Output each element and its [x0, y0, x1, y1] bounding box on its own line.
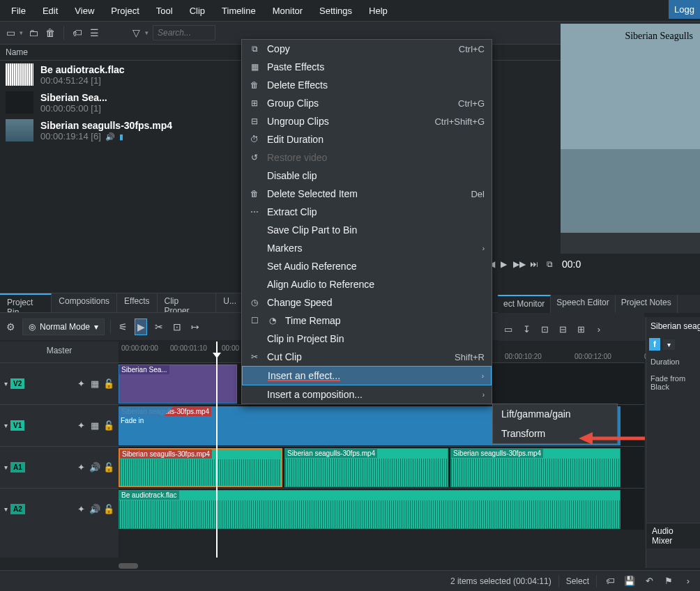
- track-header-v1[interactable]: ▾ V1 ✦ ▦ 🔓: [0, 404, 119, 446]
- spacer-tool-icon[interactable]: ⊡: [171, 321, 183, 332]
- more-icon[interactable]: ›: [682, 576, 694, 586]
- lock-icon[interactable]: 🔓: [103, 462, 114, 473]
- add-clip-icon[interactable]: ▭: [4, 26, 17, 39]
- effects-icon[interactable]: ✦: [75, 378, 86, 389]
- wand-icon[interactable]: ⚟: [116, 321, 129, 332]
- fade-label[interactable]: Fade from Black: [646, 370, 700, 395]
- chevron-down-icon[interactable]: ▾: [4, 463, 8, 471]
- chevron-down-icon[interactable]: ▾: [20, 29, 23, 36]
- flag-icon[interactable]: ⚑: [662, 576, 675, 586]
- ctx-insert-effect[interactable]: Insert an effect...›: [242, 366, 492, 385]
- insert-icon[interactable]: ↦: [189, 321, 201, 332]
- track-header-a1[interactable]: ▾ A1 ✦ 🔊 🔓: [0, 446, 119, 488]
- forward-icon[interactable]: ▶▶: [513, 259, 524, 269]
- ctx-ungroup-clips[interactable]: ⊟Ungroup ClipsCtrl+Shift+G: [242, 112, 492, 130]
- a-icon[interactable]: ⊟: [556, 324, 569, 335]
- tab-audio-mixer[interactable]: Audio Mixer: [646, 523, 700, 548]
- tag-icon[interactable]: 🏷: [71, 26, 84, 39]
- login-button[interactable]: Logg: [669, 0, 700, 19]
- crop-icon[interactable]: ⧉: [544, 259, 555, 269]
- menu-settings[interactable]: Settings: [311, 1, 360, 20]
- tab-effects[interactable]: Effects: [117, 293, 157, 312]
- menu-clip[interactable]: Clip: [181, 1, 213, 20]
- ctx-edit-duration[interactable]: ⏱Edit Duration: [242, 130, 492, 148]
- effects-icon[interactable]: ✦: [75, 462, 86, 473]
- menu-edit[interactable]: Edit: [34, 1, 66, 20]
- submenu-lift-gamma-gain[interactable]: Lift/gamma/gain: [493, 404, 617, 424]
- ctx-paste-effects[interactable]: ▦Paste Effects: [242, 58, 492, 76]
- menu-help[interactable]: Help: [360, 1, 396, 20]
- select-tool-icon[interactable]: ▶: [135, 318, 147, 335]
- more-icon[interactable]: ›: [593, 324, 605, 335]
- ctx-clip-in-bin[interactable]: Clip in Project Bin: [242, 330, 492, 348]
- chevron-down-icon[interactable]: ▾: [4, 380, 8, 387]
- tab-project-monitor[interactable]: ect Monitor: [498, 295, 551, 313]
- menu-view[interactable]: View: [66, 1, 102, 20]
- delete-icon[interactable]: 🗑: [44, 26, 56, 39]
- ctx-insert-composition[interactable]: Insert a composition...›: [242, 385, 492, 404]
- tab-project-bin[interactable]: Project Bin: [0, 293, 52, 312]
- clip[interactable]: Siberian seagulls-30fps.mp4: [284, 448, 448, 487]
- clip[interactable]: Siberian Sea...: [119, 364, 237, 404]
- ctx-change-speed[interactable]: ◷Change Speed: [242, 293, 492, 312]
- settings-icon[interactable]: ⚙: [4, 321, 17, 332]
- ctx-time-remap[interactable]: ☐◔Time Remap: [242, 312, 492, 330]
- chevron-down-icon[interactable]: ▾: [145, 29, 149, 36]
- b-icon[interactable]: ⊞: [575, 324, 587, 335]
- search-input[interactable]: [153, 25, 215, 40]
- cut-tool-icon[interactable]: ✂: [153, 321, 165, 332]
- film-icon[interactable]: ▦: [89, 420, 100, 431]
- ctx-copy[interactable]: ⧉CopyCtrl+C: [242, 40, 492, 58]
- ctx-delete-selected[interactable]: 🗑Delete Selected ItemDel: [242, 185, 492, 203]
- effects-icon[interactable]: ✦: [75, 420, 86, 431]
- speaker-icon[interactable]: 🔊: [89, 462, 100, 473]
- ctx-extract-clip[interactable]: ⋯Extract Clip: [242, 203, 492, 221]
- tag-icon[interactable]: 🏷: [604, 576, 616, 586]
- revert-icon[interactable]: ↶: [643, 576, 655, 586]
- menu-monitor[interactable]: Monitor: [264, 1, 311, 20]
- ctx-cut-clip[interactable]: ✂Cut ClipShift+R: [242, 348, 492, 366]
- menu-file[interactable]: File: [3, 1, 34, 20]
- lock-icon[interactable]: 🔓: [103, 420, 114, 431]
- clip[interactable]: Be audiotrack.flac: [119, 490, 621, 529]
- insert-icon[interactable]: ↧: [520, 324, 533, 335]
- menu-project[interactable]: Project: [102, 1, 147, 20]
- next-keyframe-icon[interactable]: ⏭: [528, 259, 540, 269]
- scroll-handle[interactable]: [119, 563, 138, 569]
- ctx-delete-effects[interactable]: 🗑Delete Effects: [242, 76, 492, 94]
- overwrite-icon[interactable]: ⊡: [538, 324, 551, 335]
- monitor-timecode[interactable]: 00:0: [562, 259, 581, 270]
- film-icon[interactable]: ▦: [89, 378, 100, 389]
- speaker-icon[interactable]: 🔊: [89, 504, 100, 514]
- list-icon[interactable]: ☰: [88, 26, 100, 39]
- tab-project-notes[interactable]: Project Notes: [616, 295, 678, 313]
- track-a1[interactable]: Siberian seagulls-30fps.mp4 Siberian sea…: [119, 446, 644, 488]
- play-icon[interactable]: ▶: [498, 259, 509, 269]
- ctx-group-clips[interactable]: ⊞Group ClipsCtrl+G: [242, 94, 492, 112]
- track-a2[interactable]: Be audiotrack.flac: [119, 488, 644, 530]
- tab-undo[interactable]: U...: [216, 293, 244, 312]
- tab-compositions[interactable]: Compositions: [52, 293, 117, 312]
- track-header-v2[interactable]: ▾ V2 ✦ ▦ 🔓: [0, 362, 119, 404]
- folder-icon[interactable]: 🗀: [27, 26, 40, 39]
- menu-timeline[interactable]: Timeline: [213, 1, 264, 20]
- ctx-save-clip-part[interactable]: Save Clip Part to Bin: [242, 221, 492, 239]
- tab-speech-editor[interactable]: Speech Editor: [551, 295, 615, 313]
- tab-clip-properties[interactable]: Clip Proper...: [158, 293, 217, 312]
- ctx-markers[interactable]: Markers›: [242, 239, 492, 257]
- ctx-disable-clip[interactable]: Disable clip: [242, 167, 492, 185]
- chevron-down-icon[interactable]: ▾: [4, 505, 8, 513]
- chevron-down-icon[interactable]: ▾: [4, 422, 8, 429]
- effects-icon[interactable]: ✦: [75, 504, 86, 514]
- edit-mode-dropdown[interactable]: ◎ Normal Mode ▾: [22, 318, 105, 335]
- effect-icon[interactable]: f: [649, 338, 660, 351]
- track-header-a2[interactable]: ▾ A2 ✦ 🔊 🔓: [0, 488, 119, 530]
- lock-icon[interactable]: 🔓: [103, 378, 114, 389]
- menu-tool[interactable]: Tool: [148, 1, 181, 20]
- status-tool[interactable]: Select: [566, 576, 589, 586]
- filter-icon[interactable]: ▽: [130, 26, 142, 39]
- clip[interactable]: Siberian seagulls-30fps.mp4: [450, 448, 621, 487]
- monitor-preview[interactable]: Siberian Seagulls: [561, 24, 700, 233]
- save-icon[interactable]: 💾: [623, 576, 636, 586]
- zone-icon[interactable]: ▭: [502, 324, 515, 335]
